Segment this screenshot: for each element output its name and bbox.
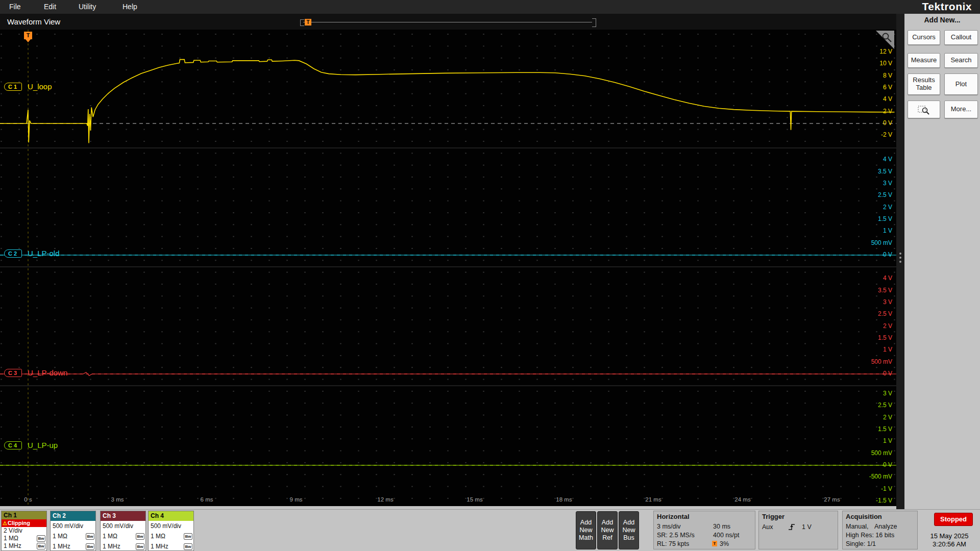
acquisition-title: Acquisition — [846, 513, 882, 520]
bandwidth-badge-icon: Bw — [136, 543, 144, 550]
panel-divider — [896, 14, 904, 509]
waveform-view-title: Waveform View — [7, 17, 60, 26]
time-tick-label: 6 ms — [201, 496, 213, 503]
axis-label-ch1: 0 V — [883, 119, 892, 127]
acquisition-mode: Manual, — [846, 523, 868, 530]
magnifier-icon[interactable] — [881, 32, 893, 43]
channel-card-ch4[interactable]: Ch 4 500 mV/div 1 MΩBw 1 MHzBw — [148, 511, 194, 551]
axis-label-ch2: 500 mV — [871, 239, 892, 247]
more-button[interactable]: More... — [944, 101, 978, 118]
axis-label-ch3: 3.5 V — [878, 287, 892, 294]
zoom-box-button[interactable] — [908, 101, 940, 118]
ch1-impedance: 1 MΩBw — [2, 535, 46, 542]
axis-label-ch2: 2.5 V — [878, 191, 892, 199]
add-new-bus-button[interactable]: Add New Bus — [619, 511, 639, 549]
right-panel: Add New... Cursors Callout Measure Searc… — [904, 14, 980, 509]
ch2-bandwidth: 1 MHzBw — [51, 541, 95, 551]
overview-line — [303, 22, 592, 22]
channel-badge-ch1[interactable]: C 1 — [4, 83, 22, 91]
axis-label-ch3: 4 V — [883, 274, 892, 282]
axis-label-ch4: -1 V — [881, 485, 892, 493]
axis-label-ch4: 1 V — [883, 437, 892, 445]
channel-badge-ch3[interactable]: C 3 — [4, 369, 22, 377]
run-stop-status-button[interactable]: Stopped — [934, 513, 973, 526]
panel-resize-handle-icon[interactable] — [899, 253, 902, 266]
acquisition-panel[interactable]: Acquisition Manual, Analyze High Res: 16… — [842, 511, 918, 549]
acquisition-overview-bar[interactable]: T — [300, 18, 596, 26]
clipping-label: Clipping — [8, 520, 30, 526]
time-tick-label: 21 ms — [645, 496, 661, 503]
ch1-bandwidth: 1 MHzBw — [2, 542, 46, 550]
horizontal-title: Horizontal — [657, 513, 690, 520]
waveform-display[interactable]: T C 1 U_loop C 2 U_LP-old C 3 U_LP-down … — [0, 30, 896, 506]
horizontal-window: 30 ms — [713, 523, 730, 530]
overview-trigger-marker-icon[interactable]: T — [305, 19, 311, 26]
oscilloscope-app: File Edit Utility Help Tektronix Wavefor… — [0, 0, 980, 551]
channel-badge-ch4[interactable]: C 4 — [4, 441, 22, 449]
menu-utility[interactable]: Utility — [75, 0, 100, 14]
axis-label-ch3: 0 V — [883, 370, 892, 378]
zoom-box-icon — [918, 105, 930, 115]
time-tick-label: 12 ms — [377, 496, 393, 503]
menu-edit[interactable]: Edit — [40, 0, 60, 14]
time-label: 3:20:56 AM — [918, 540, 980, 548]
horizontal-panel[interactable]: Horizontal 3 ms/div 30 ms SR: 2.5 MS/s 4… — [653, 511, 755, 549]
rising-edge-icon — [788, 523, 796, 531]
ch3-impedance: 1 MΩBw — [101, 531, 145, 541]
plot-button[interactable]: Plot — [944, 73, 978, 95]
status-bar: Ch 1 ⚠Clipping 2 V/div 1 MΩBw 1 MHzBw Ch… — [0, 509, 980, 551]
channel-card-header-ch1: Ch 1 — [2, 511, 46, 519]
ch2-scale: 500 mV/div — [51, 521, 95, 531]
channel-badge-ch2[interactable]: C 2 — [4, 249, 22, 258]
time-tick-label: 15 ms — [467, 496, 482, 503]
axis-label-ch3: 1.5 V — [878, 334, 892, 342]
cursors-button[interactable]: Cursors — [908, 30, 940, 45]
bandwidth-badge-icon: Bw — [86, 543, 94, 550]
time-tick-label: 27 ms — [824, 496, 840, 503]
overview-left-bracket-icon — [300, 19, 304, 26]
horizontal-scale: 3 ms/div — [657, 523, 681, 530]
results-table-button[interactable]: Results Table — [908, 73, 940, 95]
channel-card-header-ch2: Ch 2 — [51, 511, 95, 521]
axis-label-ch4: -500 mV — [869, 473, 892, 481]
bandwidth-badge-icon: Bw — [37, 543, 45, 549]
ch4-bandwidth: 1 MHzBw — [149, 541, 193, 551]
axis-label-ch4: 500 mV — [871, 449, 892, 457]
axis-label-ch2: 2 V — [883, 204, 892, 211]
add-new-math-button[interactable]: Add New Math — [576, 511, 596, 549]
warning-triangle-icon: ⚠ — [3, 520, 7, 526]
measure-button[interactable]: Measure — [908, 53, 940, 68]
ch1-scale: 2 V/div — [2, 527, 46, 535]
bandwidth-badge-icon: Bw — [136, 533, 144, 540]
channel-label-ch3: U_LP-down — [28, 368, 67, 377]
channel-card-ch1[interactable]: Ch 1 ⚠Clipping 2 V/div 1 MΩBw 1 MHzBw — [1, 511, 47, 551]
axis-label-ch1: 2 V — [883, 108, 892, 115]
axis-label-ch2: 4 V — [883, 156, 892, 163]
horizontal-resolution: 400 ns/pt — [713, 532, 739, 539]
menu-file[interactable]: File — [5, 0, 25, 14]
time-tick-label: 24 ms — [734, 496, 750, 503]
clipping-warning-badge: ⚠Clipping — [2, 519, 46, 527]
ch4-scale: 500 mV/div — [149, 521, 193, 531]
ch3-scale: 500 mV/div — [101, 521, 145, 531]
bandwidth-badge-icon: Bw — [37, 535, 45, 542]
time-tick-label: 3 ms — [111, 496, 124, 503]
callout-button[interactable]: Callout — [944, 30, 978, 45]
axis-label-ch4: 3 V — [883, 390, 892, 397]
axis-label-ch4: 1.5 V — [878, 425, 892, 433]
menu-help[interactable]: Help — [118, 0, 141, 14]
channel-card-ch3[interactable]: Ch 3 500 mV/div 1 MΩBw 1 MHzBw — [100, 511, 146, 551]
time-tick-label: 9 ms — [290, 496, 303, 503]
search-button[interactable]: Search — [944, 53, 978, 68]
trigger-flag-icon[interactable]: T — [24, 32, 32, 39]
add-new-ref-button[interactable]: Add New Ref — [597, 511, 618, 549]
waveform-trace-U_LP-down — [0, 372, 895, 376]
channel-card-header-ch3: Ch 3 — [101, 511, 145, 521]
channel-card-header-ch4: Ch 4 — [149, 511, 193, 521]
trigger-title: Trigger — [762, 513, 785, 520]
channel-card-ch2[interactable]: Ch 2 500 mV/div 1 MΩBw 1 MHzBw — [50, 511, 96, 551]
bandwidth-badge-icon: Bw — [184, 533, 192, 540]
trigger-panel[interactable]: Trigger Aux 1 V — [758, 511, 838, 549]
axis-label-ch1: -2 V — [881, 131, 892, 139]
axis-label-ch4: 2 V — [883, 414, 892, 421]
